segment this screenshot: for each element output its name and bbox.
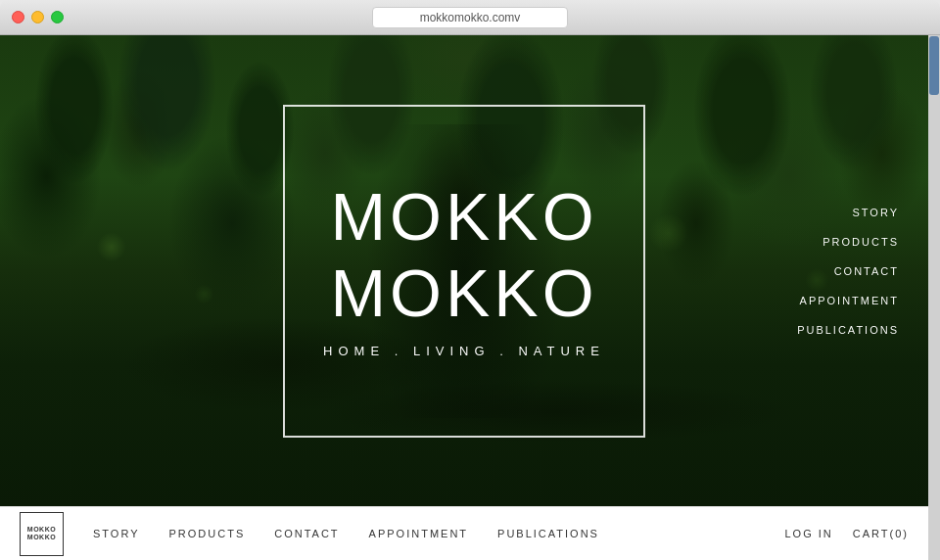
hero-nav-contact[interactable]: CONTACT xyxy=(834,265,899,277)
maximize-window-button[interactable] xyxy=(51,11,64,23)
close-window-button[interactable] xyxy=(12,11,24,23)
minimize-window-button[interactable] xyxy=(31,11,44,23)
login-link[interactable]: LOG IN xyxy=(785,528,833,539)
hero-section: MOKKO MOKKO HOME . LIVING . NATURE STORY… xyxy=(0,35,928,506)
bottom-nav-links: STORY PRODUCTS CONTACT APPOINTMENT PUBLI… xyxy=(93,528,785,539)
hero-nav-products[interactable]: PRODUCTS xyxy=(822,236,899,248)
hero-nav-publications[interactable]: PUBLICATIONS xyxy=(797,324,899,336)
cart-link[interactable]: CART(0) xyxy=(853,528,909,539)
logo-tagline: HOME . LIVING . NATURE xyxy=(323,344,605,358)
hero-nav-appointment[interactable]: APPOINTMENT xyxy=(800,295,899,306)
bottom-nav-right: LOG IN CART(0) xyxy=(785,528,910,539)
title-bar: mokkomokko.comv xyxy=(0,0,940,35)
bottom-nav-story[interactable]: STORY xyxy=(93,528,140,539)
scrollbar[interactable] xyxy=(928,35,940,560)
hero-nav-story[interactable]: STORY xyxy=(853,207,900,218)
browser-content: MOKKO MOKKO HOME . LIVING . NATURE STORY… xyxy=(0,35,940,560)
scrollbar-thumb[interactable] xyxy=(929,36,939,95)
bottom-nav-appointment[interactable]: APPOINTMENT xyxy=(369,528,468,539)
url-bar[interactable]: mokkomokko.comv xyxy=(372,7,568,28)
bottom-nav-products[interactable]: PRODUCTS xyxy=(169,528,246,539)
window-buttons xyxy=(12,11,64,23)
hero-right-nav: STORY PRODUCTS CONTACT APPOINTMENT PUBLI… xyxy=(797,207,899,336)
bottom-nav-contact[interactable]: CONTACT xyxy=(274,528,339,539)
bottom-logo[interactable]: MOKKOMOKKO xyxy=(20,512,64,556)
logo-box: MOKKO MOKKO HOME . LIVING . NATURE xyxy=(283,105,645,438)
bottom-nav-publications[interactable]: PUBLICATIONS xyxy=(497,528,599,539)
logo-line2: MOKKO xyxy=(330,259,597,326)
bottom-nav: MOKKOMOKKO STORY PRODUCTS CONTACT APPOIN… xyxy=(0,506,928,560)
bottom-logo-text: MOKKOMOKKO xyxy=(27,526,56,542)
logo-line1: MOKKO xyxy=(330,183,597,250)
